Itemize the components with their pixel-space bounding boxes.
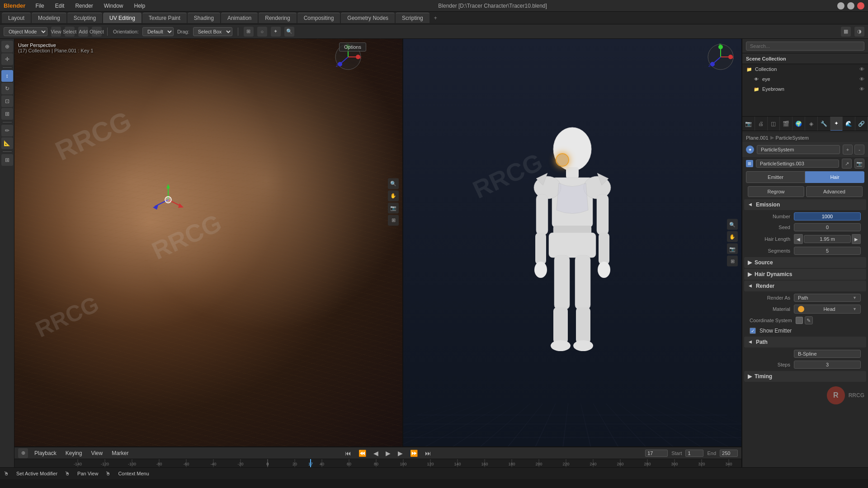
outliner-item-collection[interactable]: 📁 Collection 👁 [742, 64, 868, 74]
viewport-grid-btn[interactable]: ⊞ [388, 215, 399, 225]
hair-tab[interactable]: Hair [805, 171, 864, 183]
tab-rendering[interactable]: Rendering [259, 13, 296, 23]
menu-window[interactable]: Window [101, 2, 126, 10]
particle-settings-edit-btn[interactable]: ↗ [842, 159, 852, 169]
viewport-right[interactable]: X Y Z [403, 39, 741, 446]
particle-settings-name[interactable]: ParticleSettings.003 [756, 160, 839, 168]
regrow-button[interactable]: Regrow [748, 186, 804, 197]
advanced-button[interactable]: Advanced [806, 186, 863, 197]
jump-end-btn[interactable]: ⏭ [423, 450, 433, 457]
tab-compositing[interactable]: Compositing [297, 13, 340, 23]
props-tab-render[interactable]: 📷 [742, 117, 755, 131]
outliner-item-eyebrown[interactable]: 📁 Eyebrown 👁 [750, 84, 868, 94]
hair-dynamics-section-header[interactable]: ▶ Hair Dynamics [744, 269, 866, 280]
add-menu-btn[interactable]: Add [78, 27, 88, 37]
viewport-zoom-btn[interactable]: 🔍 [388, 178, 399, 189]
emitter-tab[interactable]: Emitter [746, 171, 805, 183]
next-frame-btn[interactable]: ⏩ [408, 450, 420, 457]
minimize-button[interactable] [837, 2, 844, 9]
render-section-header[interactable]: ▼ Render [744, 281, 866, 291]
segments-value[interactable]: 5 [794, 247, 861, 255]
show-emitter-checkbox[interactable]: ✓ [750, 328, 756, 334]
toolbar-transform-tool[interactable]: ⊞ [1, 108, 13, 120]
source-section-header[interactable]: ▶ Source [744, 257, 866, 268]
view-menu-btn[interactable]: View [51, 27, 61, 37]
next-keyframe-btn[interactable]: ▶ [396, 450, 405, 457]
props-tab-world[interactable]: 🌍 [793, 117, 805, 131]
vp-right-grid[interactable]: ⊞ [727, 256, 738, 267]
viewport-pan-btn[interactable]: ✋ [388, 190, 399, 201]
keying-menu[interactable]: Keying [63, 449, 85, 457]
breadcrumb-plane[interactable]: Plane.001 [746, 135, 769, 141]
toolbar-scale-tool[interactable]: ⊡ [1, 95, 13, 107]
tab-sculpting[interactable]: Sculpting [67, 13, 102, 23]
particle-system-remove-btn[interactable]: - [854, 145, 864, 155]
proportional-btn[interactable]: ○ [257, 27, 267, 37]
particle-settings-camera-btn[interactable]: 📷 [854, 159, 864, 169]
toolbar-move-tool[interactable]: ↕ [1, 70, 13, 82]
menu-help[interactable]: Help [131, 2, 148, 10]
viewport-options-button[interactable]: Options [339, 42, 366, 52]
props-tab-view-layer[interactable]: ◫ [768, 117, 780, 131]
eyebrown-visibility-icon[interactable]: 👁 [859, 86, 864, 92]
number-value[interactable]: 1000 [794, 212, 861, 221]
toolbar-cursor-tool[interactable]: ✛ [1, 53, 13, 65]
start-frame-input[interactable] [685, 450, 703, 457]
particle-system-add-btn[interactable]: + [843, 145, 853, 155]
props-tab-particles[interactable]: ✦ [830, 117, 843, 131]
toolbar-rotate-tool[interactable]: ↻ [1, 83, 13, 94]
seed-value[interactable]: 0 [794, 223, 861, 231]
close-button[interactable] [857, 2, 864, 9]
add-workspace-button[interactable]: + [430, 13, 441, 23]
orientation-select[interactable]: Default [142, 27, 174, 36]
prev-keyframe-btn[interactable]: ◀ [372, 450, 380, 457]
collection-visibility-icon[interactable]: 👁 [859, 66, 864, 72]
viewport-camera-btn[interactable]: 📷 [388, 202, 399, 213]
toolbar-select-tool[interactable]: ⊕ [1, 41, 13, 52]
props-tab-physics[interactable]: 🌊 [843, 117, 855, 131]
view-menu[interactable]: View [88, 449, 105, 457]
tab-animation[interactable]: Animation [221, 13, 258, 23]
particle-system-name[interactable]: ParticleSystem [757, 145, 840, 154]
toolbar-add-tool[interactable]: ⊞ [1, 154, 13, 166]
breadcrumb-particle-system[interactable]: ParticleSystem [776, 135, 809, 141]
transform-btn[interactable]: ✦ [271, 27, 281, 37]
vp-right-camera[interactable]: 📷 [727, 244, 738, 254]
tab-layout[interactable]: Layout [2, 13, 31, 23]
props-tab-object[interactable]: ◈ [805, 117, 818, 131]
tab-uv-editing[interactable]: UV Editing [103, 13, 142, 23]
coordinate-input[interactable] [796, 317, 803, 324]
select-menu-btn[interactable]: Select [65, 27, 75, 37]
tab-shading[interactable]: Shading [188, 13, 220, 23]
outliner-item-eye[interactable]: 👁 eye 👁 [750, 74, 868, 84]
timeline-mode-btn[interactable]: ⊕ [18, 448, 28, 458]
search-btn[interactable]: 🔍 [284, 27, 294, 37]
snap-btn[interactable]: ⊞ [244, 27, 254, 37]
menu-edit[interactable]: Edit [52, 2, 67, 10]
emission-section-header[interactable]: ▼ Emission [744, 199, 866, 210]
timing-section-header[interactable]: ▶ Timing [744, 371, 866, 382]
viewport-left[interactable]: RRCG RRCG RRCG User Perspective (17) Col… [14, 39, 403, 446]
hair-length-value[interactable]: 1.95 m [804, 235, 851, 243]
props-tab-modifiers[interactable]: 🔧 [818, 117, 830, 131]
viewport-shading-btn[interactable]: ◑ [854, 27, 864, 37]
props-tab-output[interactable]: 🖨 [755, 117, 768, 131]
coordinate-edit-btn[interactable]: ✎ [805, 316, 813, 324]
steps-value[interactable]: 3 [794, 361, 861, 369]
path-section-header[interactable]: ▼ Path [744, 337, 866, 347]
timeline-ruler[interactable]: -140 -120 -100 -80 -60 -40 -20 [14, 459, 741, 467]
b-spline-dropdown[interactable]: B-Spline [794, 350, 861, 358]
vp-right-zoom[interactable]: 🔍 [727, 219, 738, 230]
object-mode-select[interactable]: Object Mode [4, 27, 47, 36]
props-tab-scene[interactable]: 🎬 [780, 117, 793, 131]
maximize-button[interactable] [847, 2, 854, 9]
tab-texture-paint[interactable]: Texture Paint [142, 13, 187, 23]
end-frame-input[interactable] [720, 450, 738, 457]
tab-modeling[interactable]: Modeling [32, 13, 66, 23]
playback-menu[interactable]: Playback [32, 449, 59, 457]
props-tab-constraints[interactable]: 🔗 [855, 117, 868, 131]
menu-render[interactable]: Render [72, 2, 95, 10]
object-menu-btn[interactable]: Object [92, 27, 102, 37]
current-frame-input[interactable] [645, 450, 668, 457]
hair-length-decrease[interactable]: ◀ [794, 234, 803, 244]
